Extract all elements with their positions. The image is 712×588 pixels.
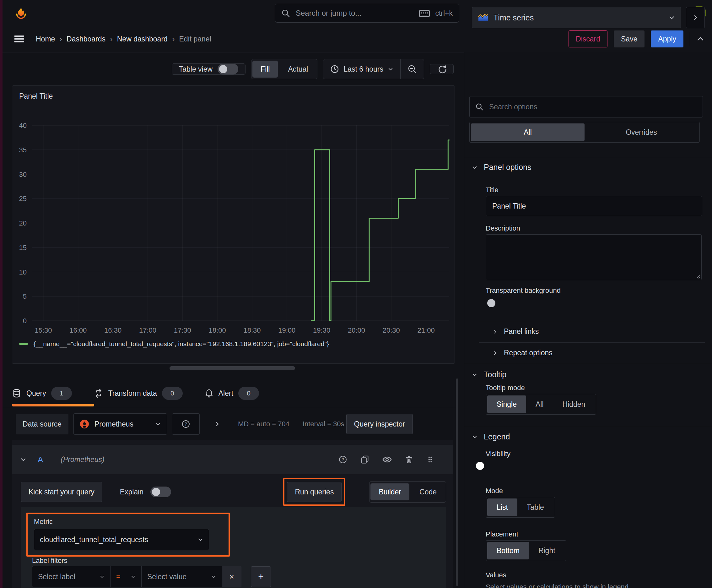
tab-alert[interactable]: Alert 0 — [205, 387, 259, 400]
duplicate-query-icon[interactable] — [360, 455, 369, 464]
global-search-input[interactable] — [295, 8, 397, 18]
panel-toolbar: Table view Fill Actual Last 6 hours — [12, 59, 454, 79]
run-queries-button[interactable]: Run queries — [287, 482, 342, 502]
panel-links-section[interactable]: Panel links — [493, 327, 539, 336]
datasource-picker[interactable]: Prometheus — [73, 413, 167, 435]
panel-options-header[interactable]: Panel options — [472, 163, 532, 172]
series-color-dash[interactable] — [19, 343, 28, 345]
remove-filter-button[interactable]: × — [222, 566, 241, 587]
visualization-picker[interactable]: Time series — [472, 7, 681, 28]
metric-select[interactable]: cloudflared_tunnel_total_requests — [34, 529, 209, 550]
save-button[interactable]: Save — [614, 30, 645, 47]
options-search-box[interactable] — [469, 96, 703, 118]
collapse-options-pane-button[interactable] — [686, 7, 705, 28]
tab-transform-label: Transform data — [108, 389, 157, 398]
legend-mode-table[interactable]: Table — [517, 499, 554, 516]
time-series-chart[interactable]: 051015202530354015:3016:0016:3017:0017:3… — [12, 86, 453, 362]
tab-query[interactable]: Query 1 — [12, 387, 72, 400]
options-expand-chevron-right-icon[interactable] — [214, 421, 220, 427]
chevron-down-icon — [197, 537, 203, 543]
tab-overrides[interactable]: Overrides — [585, 123, 698, 141]
breadcrumb-home[interactable]: Home — [36, 35, 55, 43]
clock-icon — [330, 65, 339, 74]
select-label-dropdown[interactable]: Select label — [32, 566, 110, 587]
select-value-dropdown[interactable]: Select value — [142, 566, 222, 587]
collapse-chevron-down-icon[interactable] — [20, 456, 26, 463]
legend-mode-segmented: List Table — [486, 497, 555, 518]
chevron-right-icon — [493, 351, 498, 356]
datasource-label: Data source — [16, 414, 68, 435]
breadcrumb-separator: › — [106, 34, 117, 44]
query-inspector-button[interactable]: Query inspector — [346, 414, 413, 434]
chevron-right-icon — [493, 329, 498, 334]
query-builder-body: Metric cloudflared_tunnel_total_requests… — [21, 507, 446, 588]
tooltip-mode-hidden[interactable]: Hidden — [553, 396, 595, 413]
divider — [479, 321, 705, 321]
metric-label: Metric — [34, 518, 222, 526]
svg-text:30: 30 — [19, 171, 27, 178]
tooltip-section-header[interactable]: Tooltip — [472, 370, 506, 379]
legend-placement-right[interactable]: Right — [529, 542, 565, 560]
delete-query-trash-icon[interactable] — [405, 455, 413, 464]
tooltip-mode-all[interactable]: All — [526, 396, 553, 413]
chevron-down-icon — [472, 372, 477, 378]
tab-transform-data[interactable]: Transform data 0 — [94, 387, 183, 400]
series-legend-label[interactable]: {__name__="cloudflared_tunnel_total_requ… — [34, 340, 329, 348]
zoom-out-button[interactable] — [401, 59, 424, 79]
drag-handle-grip-icon[interactable] — [426, 455, 434, 464]
options-search-input[interactable] — [489, 102, 647, 111]
legend-section-header[interactable]: Legend — [472, 432, 510, 441]
resize-handle-icon[interactable] — [695, 274, 700, 279]
hide-query-eye-icon[interactable] — [382, 455, 392, 464]
panel-title-input[interactable] — [486, 196, 702, 216]
tooltip-mode-single[interactable]: Single — [487, 396, 526, 413]
section-divider — [464, 364, 712, 364]
collapse-header-chevron-up-icon[interactable] — [696, 35, 705, 43]
svg-text:18:00: 18:00 — [209, 327, 226, 334]
hamburger-menu-icon[interactable] — [14, 35, 24, 43]
table-view-toggle[interactable] — [218, 64, 238, 75]
builder-option[interactable]: Builder — [370, 483, 409, 500]
vertical-scrollbar[interactable] — [456, 378, 458, 586]
breadcrumb-dashboards[interactable]: Dashboards — [67, 35, 106, 43]
chevron-down-icon — [100, 574, 105, 579]
svg-text:19:00: 19:00 — [278, 327, 296, 334]
legend-section-title: Legend — [484, 432, 510, 441]
breadcrumb-edit-panel: Edit panel — [179, 35, 211, 43]
fill-option[interactable]: Fill — [253, 61, 278, 78]
legend-placement-bottom[interactable]: Bottom — [487, 542, 529, 560]
repeat-options-section[interactable]: Repeat options — [493, 349, 553, 357]
discard-button[interactable]: Discard — [568, 30, 607, 47]
query-help-icon[interactable]: ? — [338, 455, 347, 464]
add-filter-button[interactable]: + — [251, 566, 271, 587]
refresh-button[interactable] — [430, 64, 454, 74]
breadcrumb: Home › Dashboards › New dashboard › Edit… — [36, 34, 211, 44]
apply-button[interactable]: Apply — [651, 30, 684, 47]
explain-toggle[interactable] — [150, 486, 171, 497]
chart-panel[interactable]: Panel Title 051015202530354015:3016:0016… — [12, 85, 455, 364]
query-ref-id[interactable]: A — [38, 455, 43, 465]
grafana-logo-icon[interactable] — [14, 6, 28, 20]
horizontal-scrollbar[interactable] — [170, 366, 295, 370]
time-series-chart-icon — [478, 14, 489, 22]
legend-mode-list[interactable]: List — [487, 499, 517, 516]
datasource-name: Prometheus — [94, 420, 133, 428]
select-value-placeholder: Select value — [147, 573, 187, 581]
actual-option[interactable]: Actual — [280, 61, 316, 78]
datasource-help-button[interactable]: ? — [172, 413, 200, 435]
tab-query-count: 1 — [51, 387, 72, 400]
metric-value: cloudflared_tunnel_total_requests — [40, 536, 148, 544]
kick-start-query-button[interactable]: Kick start your query — [21, 482, 102, 502]
global-search-box[interactable]: ctrl+k — [275, 4, 459, 23]
label-filters-row: Select label = Select value × + — [32, 566, 271, 587]
tab-all[interactable]: All — [471, 123, 585, 141]
transform-icon — [94, 388, 103, 398]
operator-dropdown[interactable]: = — [110, 566, 142, 587]
builder-code-segmented: Builder Code — [369, 481, 446, 503]
description-textarea[interactable] — [486, 234, 702, 280]
time-range-picker[interactable]: Last 6 hours — [323, 59, 400, 79]
query-a-header[interactable]: A (Prometheus) ? — [12, 445, 453, 474]
code-option[interactable]: Code — [411, 483, 445, 500]
svg-text:19:30: 19:30 — [313, 327, 330, 334]
breadcrumb-new-dashboard[interactable]: New dashboard — [117, 35, 168, 43]
